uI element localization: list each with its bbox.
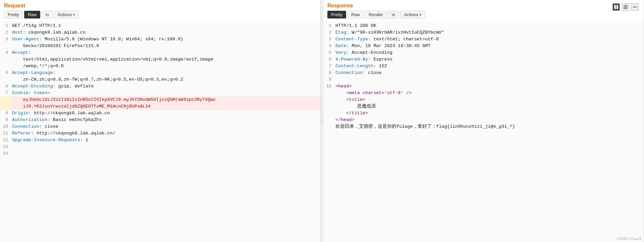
svg-rect-4 <box>624 8 628 9</box>
response-line-11: <meta charset='utf-8' /> <box>323 90 644 96</box>
request-line-11: 11 Referer: http://ckqongk8.lab.aqlab.cn… <box>0 130 320 137</box>
response-line-10: 10 <head> <box>323 83 644 90</box>
chevron-down-icon: ▾ <box>420 13 421 16</box>
request-line-3: 3 User-Agent: Mozilla/5.0 (Windows NT 10… <box>0 36 320 43</box>
response-line-14: </title> <box>323 110 644 117</box>
request-header: Request Pretty Raw \n Actions ▾ <box>0 0 320 21</box>
request-title: Request <box>4 3 316 9</box>
request-line-3b: Gecko/20100101 Firefox/115.0 <box>0 43 320 49</box>
chevron-down-icon: ▾ <box>73 13 75 16</box>
request-line-10: 10 Connection: close <box>0 123 320 130</box>
request-line-4b: text/html,application/xhtml+xml,applicat… <box>0 56 320 63</box>
request-line-2: 2 Host: ckqongk8.lab.aqlab.cn <box>0 29 320 36</box>
request-pretty-btn[interactable]: Pretty <box>4 11 23 18</box>
response-line-12: <title> <box>323 96 644 103</box>
svg-rect-2 <box>624 5 628 6</box>
top-right-toolbar <box>612 3 639 11</box>
request-line-9: 9 Authorization: Basic emthcTp6a2Fx <box>0 117 320 123</box>
response-line-13: 恶魔低语 <box>323 103 644 110</box>
response-title: Response <box>327 3 640 9</box>
minimize-icon[interactable] <box>631 3 639 11</box>
response-header: Response Pretty Raw Render \n Actions ▾ <box>323 0 644 21</box>
response-line-16: 欢迎回来，艾德密，这是你的fulage，拿好了：flag{lin9hunzhiz… <box>323 123 644 130</box>
response-raw-btn[interactable]: Raw <box>347 11 364 18</box>
svg-rect-5 <box>633 7 637 7</box>
svg-rect-0 <box>614 5 616 9</box>
request-toolbar: Pretty Raw \n Actions ▾ <box>4 11 316 18</box>
response-line-8: 8 Connection: close <box>323 70 644 76</box>
response-actions-btn[interactable]: Actions ▾ <box>400 11 425 18</box>
request-panel: Request Pretty Raw \n Actions ▾ 1 GET /f… <box>0 0 321 242</box>
request-line-14: 14 <box>0 150 320 157</box>
request-line-4c: /webp,*/*;q=0.8 <box>0 63 320 70</box>
panel-drag-handle[interactable]: ⋮ <box>321 0 323 242</box>
response-line-7: 7 Content-Length: 152 <box>323 63 644 70</box>
response-line-1: 1 HTTP/1.1 200 OK <box>323 23 644 29</box>
response-newline-btn[interactable]: \n <box>388 11 399 18</box>
response-line-5: 5 Vary: Accept-Encoding <box>323 49 644 56</box>
request-line-13: 13 <box>0 144 320 150</box>
response-line-15: </head> <box>323 117 644 123</box>
response-actions-label: Actions <box>404 12 418 17</box>
request-line-12: 12 Upgrade-Insecure-Requests: 1 <box>0 137 320 144</box>
split-view-icon[interactable] <box>612 3 620 11</box>
list-view-icon[interactable] <box>622 3 629 11</box>
request-line-1: 1 GET /f14g HTTP/1.1 <box>0 23 320 29</box>
request-line-7: 7 Cookie: token= <box>0 90 320 96</box>
response-line-6: 6 X-Powered-By: Express <box>323 56 644 63</box>
svg-rect-1 <box>616 5 618 9</box>
response-line-9: 9 <box>323 76 644 83</box>
response-line-3: 3 Content-Type: text/html; charset=utf-8 <box>323 36 644 43</box>
response-content[interactable]: 1 HTTP/1.1 200 OK 2 Etag: W/"98-siH3KrbA… <box>323 21 644 242</box>
request-line-7c: iJ9.YK3JuoYrwxzdljd6ZQ6EOTfoME_M1AcnCNj8… <box>0 103 320 110</box>
request-actions-label: Actions <box>58 12 72 17</box>
response-toolbar: Pretty Raw Render \n Actions ▾ <box>327 11 640 18</box>
request-line-5: 5 Accept-Language: <box>0 70 320 76</box>
response-render-btn[interactable]: Render <box>365 11 387 18</box>
response-line-4: 4 Date: Mon, 18 Mar 2024 16:38:45 GMT <box>323 43 644 49</box>
watermark: CSDN ©Zuez3 <box>617 237 641 241</box>
response-panel: Response Pretty Raw Render \n Actions ▾ … <box>323 0 644 242</box>
request-raw-btn[interactable]: Raw <box>24 11 40 18</box>
request-line-8: 8 Origin: http://ckqongk8.lab.aqlab.cn <box>0 110 320 117</box>
request-content[interactable]: 1 GET /f14g HTTP/1.1 2 Host: ckqongk8.la… <box>0 21 320 242</box>
request-line-4: 4 Accept: <box>0 49 320 56</box>
request-line-5b: zh-CN,zh;q=0.8,zh-TW;q=0.7,zh-HK;q=0.5,e… <box>0 76 320 83</box>
svg-rect-3 <box>624 7 628 7</box>
request-line-6: 6 Accept-Encoding: gzip, deflate <box>0 83 320 90</box>
response-pretty-btn[interactable]: Pretty <box>327 11 346 18</box>
request-line-7b: eyJhbGciOiJIUzI1NiIsInR5cCI6IkpXVCJ9.eyJ… <box>0 96 320 103</box>
main-layout: Request Pretty Raw \n Actions ▾ 1 GET /f… <box>0 0 644 242</box>
request-newline-btn[interactable]: \n <box>42 11 53 18</box>
request-actions-btn[interactable]: Actions ▾ <box>54 11 79 18</box>
response-line-2: 2 Etag: W/"98-siH3KrbAR/ixtHvt1uCQZBYbcm… <box>323 29 644 36</box>
